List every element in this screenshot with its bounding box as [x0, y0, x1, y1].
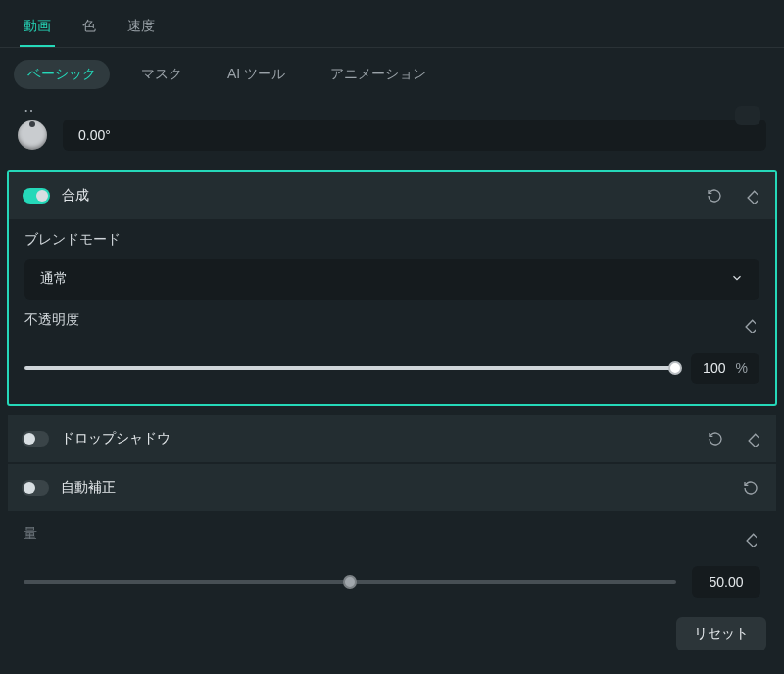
ellipsis-icon: ‥	[0, 97, 784, 116]
sub-tabs: ベーシック マスク AI ツール アニメーション	[0, 48, 784, 101]
keyframe-icon[interactable]	[739, 427, 762, 451]
composite-toggle[interactable]	[23, 188, 50, 204]
amount-value[interactable]: 50.00	[692, 566, 760, 598]
svg-rect-3	[747, 534, 757, 547]
subtab-basic[interactable]: ベーシック	[14, 60, 110, 89]
collapse-handle[interactable]	[735, 106, 760, 125]
blend-mode-label: ブレンドモード	[24, 231, 760, 249]
auto-correct-header: 自動補正	[8, 464, 776, 511]
opacity-value[interactable]: 100%	[691, 353, 760, 384]
svg-rect-1	[746, 320, 756, 333]
tab-video[interactable]: 動画	[20, 10, 55, 47]
amount-block: 量 50.00	[8, 513, 776, 598]
opacity-label: 不透明度	[24, 312, 79, 329]
footer: リセット	[0, 598, 784, 670]
opacity-block: 不透明度 100%	[9, 300, 775, 384]
rotation-row: 0.00°	[0, 116, 784, 165]
rotation-value[interactable]: 0.00°	[63, 120, 766, 151]
reset-icon[interactable]	[739, 476, 762, 500]
reset-icon[interactable]	[704, 427, 727, 451]
svg-rect-2	[749, 434, 759, 447]
drop-shadow-header: ドロップシャドウ	[8, 415, 776, 462]
amount-label: 量	[24, 525, 37, 543]
subtab-animation[interactable]: アニメーション	[317, 60, 440, 89]
reset-icon[interactable]	[703, 184, 726, 208]
composite-title: 合成	[62, 187, 691, 205]
svg-rect-0	[748, 191, 758, 204]
drop-shadow-toggle[interactable]	[22, 431, 49, 447]
subtab-ai-tools[interactable]: AI ツール	[214, 60, 299, 89]
auto-correct-toggle[interactable]	[22, 480, 49, 496]
auto-correct-title: 自動補正	[61, 479, 727, 497]
blend-mode-value: 通常	[40, 270, 68, 288]
drop-shadow-title: ドロップシャドウ	[61, 430, 692, 448]
opacity-slider[interactable]	[24, 366, 675, 370]
tab-speed[interactable]: 速度	[123, 10, 159, 47]
reset-button[interactable]: リセット	[676, 617, 766, 650]
composite-header: 合成	[9, 172, 775, 219]
blend-mode-dropdown[interactable]: 通常	[24, 259, 760, 300]
amount-slider[interactable]	[24, 580, 676, 584]
composite-section: 合成 ブレンドモード 通常 不透明度 100%	[7, 170, 777, 406]
rotation-wheel[interactable]	[18, 120, 47, 150]
amount-keyframe-icon[interactable]	[737, 527, 760, 551]
keyframe-icon[interactable]	[738, 184, 761, 208]
chevron-down-icon	[730, 271, 744, 288]
top-tabs: 動画 色 速度	[0, 0, 784, 48]
blend-mode-block: ブレンドモード 通常	[9, 219, 775, 300]
opacity-keyframe-icon[interactable]	[736, 313, 760, 337]
subtab-mask[interactable]: マスク	[127, 60, 196, 89]
tab-color[interactable]: 色	[78, 10, 100, 47]
